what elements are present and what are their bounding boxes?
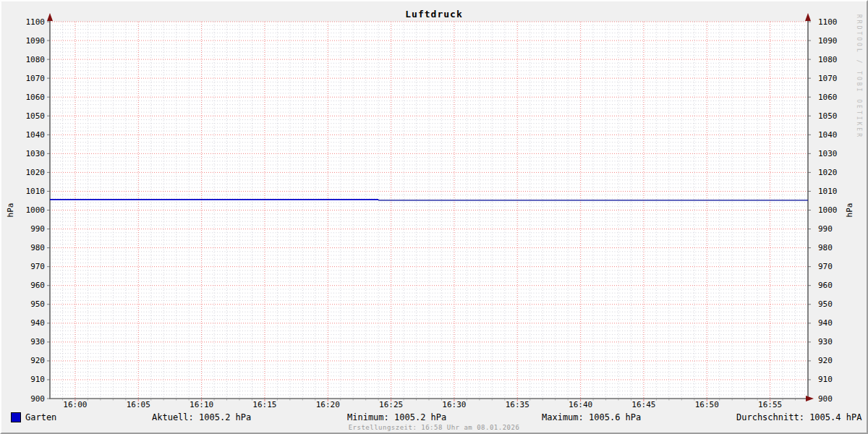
x-tick-label-16:05: 16:05 <box>116 401 160 409</box>
y-tick-label-right-950: 950 <box>818 300 851 308</box>
y-tick-label-left-1030: 1030 <box>12 150 45 158</box>
y-tick-label-left-1060: 1060 <box>12 93 45 101</box>
rrdtool-graph: Luftdruck RRDTOOL / TOBI OETIKER hPa hPa… <box>0 0 868 434</box>
y-tick-label-left-1010: 1010 <box>12 187 45 195</box>
y-tick-label-right-930: 930 <box>818 338 851 346</box>
y-tick-label-left-910: 910 <box>12 375 45 383</box>
y-tick-label-left-1080: 1080 <box>12 56 45 64</box>
x-tick-label-16:10: 16:10 <box>180 401 224 409</box>
y-tick-label-right-1030: 1030 <box>818 150 851 158</box>
y-tick-label-right-970: 970 <box>818 263 851 271</box>
stat-aktuell: Aktuell: 1005.2 hPa <box>152 412 251 422</box>
y-tick-label-right-1010: 1010 <box>818 187 851 195</box>
x-tick-label-16:20: 16:20 <box>306 401 349 409</box>
x-tick-label-16:45: 16:45 <box>622 401 665 409</box>
y-tick-label-right-1000: 1000 <box>818 206 851 214</box>
y-tick-label-left-1090: 1090 <box>12 37 45 45</box>
y-tick-label-left-990: 990 <box>12 225 45 233</box>
y-tick-label-left-1050: 1050 <box>12 112 45 120</box>
x-tick-label-16:15: 16:15 <box>243 401 286 409</box>
creation-time: Erstellungszeit: 16:58 Uhr am 08.01.2026 <box>1 424 867 431</box>
y-tick-label-left-1020: 1020 <box>12 169 45 176</box>
y-tick-label-left-960: 960 <box>12 281 45 289</box>
y-tick-label-left-940: 940 <box>12 319 45 327</box>
x-tick-label-16:55: 16:55 <box>749 401 792 409</box>
y-tick-label-left-970: 970 <box>12 263 45 271</box>
plot-area <box>1 1 868 434</box>
y-tick-label-right-1070: 1070 <box>818 75 851 82</box>
y-tick-label-left-1070: 1070 <box>12 75 45 82</box>
y-tick-label-right-1100: 1100 <box>818 18 851 26</box>
y-tick-label-left-980: 980 <box>12 244 45 252</box>
stat-durchschnitt: Durchschnitt: 1005.4 hPA <box>736 412 861 422</box>
y-tick-label-right-1040: 1040 <box>818 131 851 139</box>
y-tick-label-left-900: 900 <box>12 395 45 403</box>
y-tick-label-right-980: 980 <box>818 244 851 252</box>
y-tick-label-right-900: 900 <box>818 395 851 403</box>
x-tick-label-16:30: 16:30 <box>433 401 476 409</box>
y-tick-label-right-1060: 1060 <box>818 93 851 101</box>
y-tick-label-right-920: 920 <box>818 357 851 365</box>
y-tick-label-left-1100: 1100 <box>12 18 45 26</box>
stat-maximum: Maximum: 1005.6 hPa <box>542 412 641 422</box>
y-tick-label-right-1020: 1020 <box>818 169 851 176</box>
y-tick-label-left-1000: 1000 <box>12 206 45 214</box>
legend-series-label: Garten <box>25 412 56 422</box>
y-tick-label-left-1040: 1040 <box>12 131 45 139</box>
y-tick-label-right-1050: 1050 <box>818 112 851 120</box>
x-tick-label-16:40: 16:40 <box>559 401 603 409</box>
stat-minimum: Minimum: 1005.2 hPa <box>347 412 446 422</box>
x-tick-label-16:25: 16:25 <box>370 401 413 409</box>
y-tick-label-right-960: 960 <box>818 281 851 289</box>
y-tick-label-left-950: 950 <box>12 300 45 308</box>
x-tick-label-16:35: 16:35 <box>495 401 539 409</box>
x-tick-label-16:50: 16:50 <box>685 401 728 409</box>
legend-swatch-garten <box>11 412 21 422</box>
y-tick-label-right-1080: 1080 <box>818 56 851 64</box>
y-tick-label-right-910: 910 <box>818 375 851 383</box>
y-tick-label-left-920: 920 <box>12 357 45 365</box>
x-tick-label-16:00: 16:00 <box>54 401 97 409</box>
y-tick-label-right-1090: 1090 <box>818 37 851 45</box>
y-tick-label-right-990: 990 <box>818 225 851 233</box>
y-tick-label-left-930: 930 <box>12 338 45 346</box>
y-tick-label-right-940: 940 <box>818 319 851 327</box>
